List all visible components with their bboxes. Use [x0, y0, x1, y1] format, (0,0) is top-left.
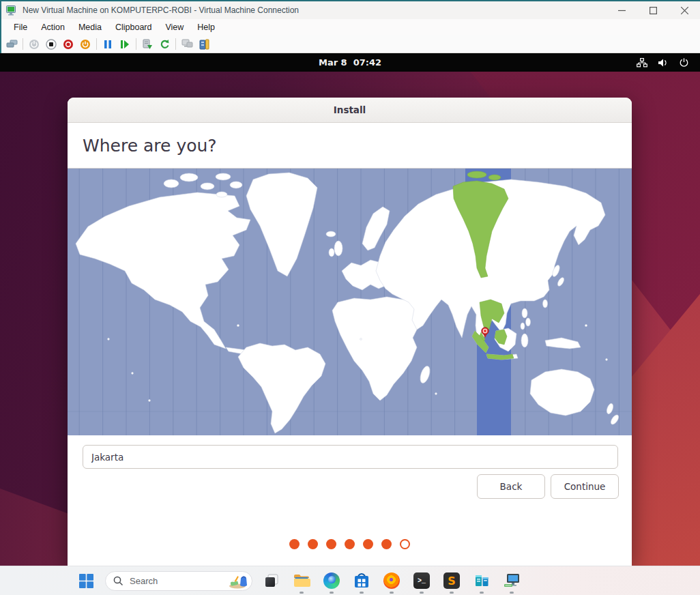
- toolbar-separator: [175, 38, 176, 50]
- vm-toolbar: [1, 35, 700, 53]
- resume-icon[interactable]: [119, 38, 131, 50]
- windows-logo-icon: [79, 574, 93, 588]
- search-label: Search: [130, 576, 229, 586]
- running-indicator: [300, 592, 304, 594]
- file-explorer-icon: [293, 572, 310, 590]
- maximize-button[interactable]: [637, 1, 669, 19]
- screen: New Virtual Machine on KOMPUTERPC-ROBI -…: [0, 0, 700, 595]
- progress-dot: [326, 539, 336, 549]
- clock-time: 07:42: [353, 57, 381, 68]
- progress-dot: [345, 539, 355, 549]
- minimize-button[interactable]: [606, 1, 637, 19]
- ubuntu-topbar: Mar 8 07:42: [0, 53, 700, 72]
- running-indicator: [420, 592, 424, 594]
- windows-taskbar: Search: [0, 566, 700, 595]
- close-icon: [681, 7, 688, 14]
- back-button[interactable]: Back: [477, 474, 545, 499]
- continue-button[interactable]: Continue: [551, 474, 619, 499]
- vm-window-chrome: New Virtual Machine on KOMPUTERPC-ROBI -…: [0, 0, 700, 53]
- vm-app-icon: [6, 5, 18, 16]
- running-indicator: [480, 592, 484, 594]
- taskbar-app-firefox[interactable]: [377, 567, 407, 594]
- minimize-icon: [618, 7, 626, 14]
- pause-icon[interactable]: [102, 38, 114, 50]
- menu-media[interactable]: Media: [72, 20, 108, 34]
- shutdown-icon[interactable]: [79, 38, 91, 50]
- search-highlight-graphic: [229, 573, 249, 589]
- export-icon[interactable]: [198, 38, 210, 50]
- clock-button[interactable]: Mar 8 07:42: [319, 57, 381, 68]
- terminal-icon: >_: [413, 572, 430, 589]
- vm-menubar: File Action Media Clipboard View Help: [1, 19, 700, 35]
- dialog-header[interactable]: Install: [68, 98, 632, 123]
- menu-file[interactable]: File: [7, 20, 34, 34]
- progress-dot: [289, 539, 300, 549]
- maximize-icon: [650, 7, 657, 14]
- taskbar-app-hyper-v-manager[interactable]: [467, 567, 497, 594]
- dialog-title: Install: [334, 104, 366, 115]
- firefox-icon: [383, 572, 400, 589]
- taskbar-app-terminal[interactable]: >_: [407, 567, 437, 594]
- progress-dots: [68, 539, 632, 549]
- clock-date: Mar 8: [319, 57, 347, 68]
- toolbar-separator: [136, 38, 136, 50]
- task-view-button[interactable]: [257, 567, 287, 594]
- menu-help[interactable]: Help: [190, 20, 222, 34]
- vm-connection-icon: [503, 572, 521, 590]
- taskbar-app-sublime-text[interactable]: S: [437, 567, 467, 594]
- menu-view[interactable]: View: [158, 20, 190, 34]
- running-indicator: [390, 592, 394, 594]
- edge-icon: [323, 572, 340, 589]
- system-status-area[interactable]: [637, 53, 689, 72]
- close-button[interactable]: [669, 1, 700, 19]
- location-input[interactable]: [83, 445, 618, 469]
- installer-dialog: Install Where are you?: [68, 98, 632, 566]
- progress-dot: [308, 539, 318, 549]
- revert-icon[interactable]: [158, 38, 171, 50]
- task-view-icon: [264, 573, 279, 588]
- turn-off-icon[interactable]: [62, 38, 74, 50]
- toolbar-separator: [23, 38, 23, 50]
- menu-action[interactable]: Action: [34, 20, 72, 34]
- ctrl-alt-del-icon[interactable]: [5, 38, 18, 50]
- page-title: Where are you?: [83, 136, 217, 156]
- running-indicator: [510, 592, 514, 594]
- progress-dot: [363, 539, 373, 549]
- start-button[interactable]: [71, 567, 101, 594]
- toolbar-separator: [96, 38, 97, 50]
- vm-titlebar: New Virtual Machine on KOMPUTERPC-ROBI -…: [1, 1, 700, 19]
- progress-dot: [381, 539, 392, 549]
- sublime-text-icon: S: [443, 572, 460, 589]
- network-workgroup-icon: [637, 58, 647, 68]
- enhanced-session-icon[interactable]: [181, 38, 193, 50]
- vm-display: Mar 8 07:42: [0, 53, 700, 566]
- timezone-map[interactable]: [68, 169, 632, 435]
- progress-dot: [400, 539, 410, 549]
- taskbar-app-edge[interactable]: [317, 567, 347, 594]
- menu-clipboard[interactable]: Clipboard: [108, 20, 159, 34]
- stop-icon[interactable]: [45, 38, 57, 50]
- search-box[interactable]: Search: [105, 571, 252, 591]
- microsoft-store-icon: [353, 572, 370, 590]
- search-icon: [113, 576, 123, 586]
- hyper-v-manager-icon: [473, 572, 491, 590]
- taskbar-app-vm-connection[interactable]: [497, 567, 527, 594]
- power-icon: [679, 57, 689, 68]
- power-icon[interactable]: [28, 38, 40, 50]
- running-indicator: [330, 592, 334, 594]
- running-indicator: [450, 592, 454, 594]
- running-indicator: [360, 592, 364, 594]
- taskbar-app-file-explorer[interactable]: [287, 567, 317, 594]
- checkpoint-icon[interactable]: [141, 38, 154, 50]
- volume-icon: [658, 58, 669, 68]
- taskbar-app-microsoft-store[interactable]: [347, 567, 377, 594]
- window-title: New Virtual Machine on KOMPUTERPC-ROBI -…: [23, 5, 299, 15]
